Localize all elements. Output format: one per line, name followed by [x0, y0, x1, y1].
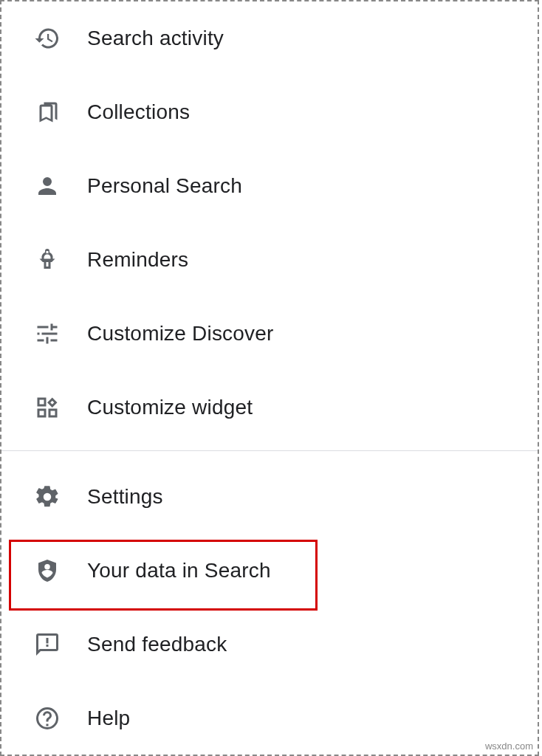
feedback-icon: [34, 631, 61, 658]
gear-icon: [34, 484, 61, 510]
history-icon: [34, 25, 61, 52]
menu-item-settings[interactable]: Settings: [1, 460, 538, 534]
menu-item-label: Customize Discover: [87, 322, 274, 346]
menu-item-send-feedback[interactable]: Send feedback: [1, 608, 538, 681]
menu-item-your-data-in-search[interactable]: Your data in Search: [1, 534, 538, 608]
menu-item-label: Collections: [87, 100, 190, 124]
menu-item-label: Search activity: [87, 27, 224, 50]
watermark-text: wsxdn.com: [485, 740, 533, 752]
menu-item-personal-search[interactable]: Personal Search: [1, 149, 538, 223]
menu-item-label: Personal Search: [87, 174, 242, 198]
widgets-icon: [34, 394, 61, 421]
menu-section-1: Search activity Collections Personal Sea…: [1, 1, 538, 444]
menu-item-label: Reminders: [87, 248, 188, 272]
shield-person-icon: [34, 557, 61, 584]
menu-divider: [1, 450, 538, 451]
menu-item-customize-discover[interactable]: Customize Discover: [1, 297, 538, 371]
menu-section-2: Settings Your data in Search Send feedba…: [1, 460, 538, 755]
bookmarks-icon: [34, 99, 61, 126]
menu-item-customize-widget[interactable]: Customize widget: [1, 371, 538, 444]
menu-item-help[interactable]: Help: [1, 681, 538, 755]
person-icon: [34, 173, 61, 199]
help-icon: [34, 705, 61, 732]
menu-item-label: Settings: [87, 485, 163, 509]
menu-item-search-activity[interactable]: Search activity: [1, 1, 538, 75]
menu-item-label: Send feedback: [87, 633, 227, 656]
menu-item-collections[interactable]: Collections: [1, 75, 538, 149]
menu-item-label: Customize widget: [87, 396, 253, 419]
menu-item-reminders[interactable]: Reminders: [1, 223, 538, 297]
settings-menu-panel: Search activity Collections Personal Sea…: [0, 0, 539, 756]
menu-item-label: Help: [87, 707, 130, 730]
menu-item-label: Your data in Search: [87, 559, 271, 583]
reminder-icon: [34, 247, 61, 273]
tune-icon: [34, 320, 61, 347]
